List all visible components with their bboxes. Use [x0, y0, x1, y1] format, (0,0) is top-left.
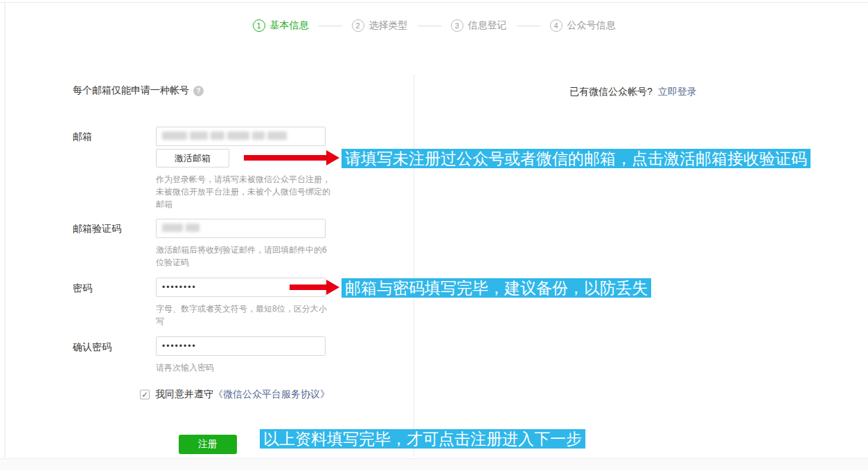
existing-account-line: 已有微信公众帐号? 立即登录 [569, 86, 697, 98]
password-help-text: 字母、数字或者英文符号，最短8位，区分大小写 [156, 302, 330, 327]
email-code-help-text: 激活邮箱后将收到验证邮件，请回填邮件中的6位验证码 [156, 244, 330, 269]
agreement-text: 我同意并遵守 [155, 388, 213, 401]
blurred-email-value [162, 132, 290, 142]
confirm-password-label: 确认密码 [73, 341, 112, 354]
service-agreement-link[interactable]: 《微信公众平台服务协议》 [213, 388, 330, 401]
step-basic-info: 1 基本信息 [253, 19, 309, 32]
login-now-link[interactable]: 立即登录 [658, 86, 697, 97]
step-choose-type: 2 选择类型 [352, 19, 408, 32]
activate-email-button[interactable]: 激活邮箱 [156, 149, 229, 168]
step-3-circle-icon: 3 [451, 19, 463, 32]
email-code-input[interactable] [156, 219, 326, 238]
step-separator [517, 26, 540, 26]
email-label: 邮箱 [73, 131, 92, 143]
step-separator [418, 26, 441, 26]
annotation-email-tip: 请填写未注册过公众号或者微信的邮箱，点击激活邮箱接收验证码 [342, 149, 811, 168]
step-separator [319, 26, 342, 26]
agreement-row: ✓ 我同意并遵守 《微信公众平台服务协议》 [140, 388, 330, 401]
existing-account-text: 已有微信公众帐号? [569, 86, 653, 97]
red-arrow-icon [290, 280, 339, 295]
step-indicator: 1 基本信息 2 选择类型 3 信息登记 4 公众号信息 [0, 19, 868, 32]
annotation-password-tip: 邮箱与密码填写完毕，建议备份，以防丢失 [342, 278, 651, 298]
step-1-circle-icon: 1 [253, 19, 265, 32]
help-question-icon[interactable]: ? [193, 86, 204, 96]
email-code-label: 邮箱验证码 [73, 223, 121, 235]
step-info-registration: 3 信息登记 [451, 19, 507, 32]
bottom-border [0, 458, 868, 470]
step-2-circle-icon: 2 [352, 19, 364, 32]
red-arrow-icon [244, 150, 339, 165]
register-button[interactable]: 注册 [179, 435, 237, 454]
column-divider [414, 75, 414, 457]
checkbox-check-icon: ✓ [141, 390, 148, 399]
step-3-label: 信息登记 [468, 19, 507, 32]
annotation-register-tip: 以上资料填写完毕，才可点击注册进入下一步 [260, 429, 585, 449]
password-label: 密码 [73, 282, 92, 295]
step-4-label: 公众号信息 [567, 19, 616, 32]
agreement-checkbox[interactable]: ✓ [140, 390, 150, 399]
top-border [0, 2, 868, 3]
email-help-text: 作为登录帐号，请填写未被微信公众平台注册，未被微信开放平台注册，未被个人微信号绑… [156, 173, 330, 210]
note-text: 每个邮箱仅能申请一种帐号 [73, 84, 189, 97]
blurred-code-value [162, 224, 202, 234]
confirm-password-help-text: 请再次输入密码 [156, 361, 330, 374]
confirm-password-masked-value: •••••••• [162, 341, 197, 351]
left-border [4, 3, 6, 458]
password-masked-value: •••••••• [162, 282, 197, 292]
step-4-circle-icon: 4 [550, 19, 563, 32]
email-limit-note: 每个邮箱仅能申请一种帐号 ? [73, 84, 204, 97]
step-1-label: 基本信息 [270, 19, 309, 32]
email-input[interactable] [156, 127, 326, 146]
step-account-info: 4 公众号信息 [550, 19, 616, 32]
confirm-password-input[interactable]: •••••••• [156, 336, 326, 356]
step-2-label: 选择类型 [369, 19, 408, 32]
